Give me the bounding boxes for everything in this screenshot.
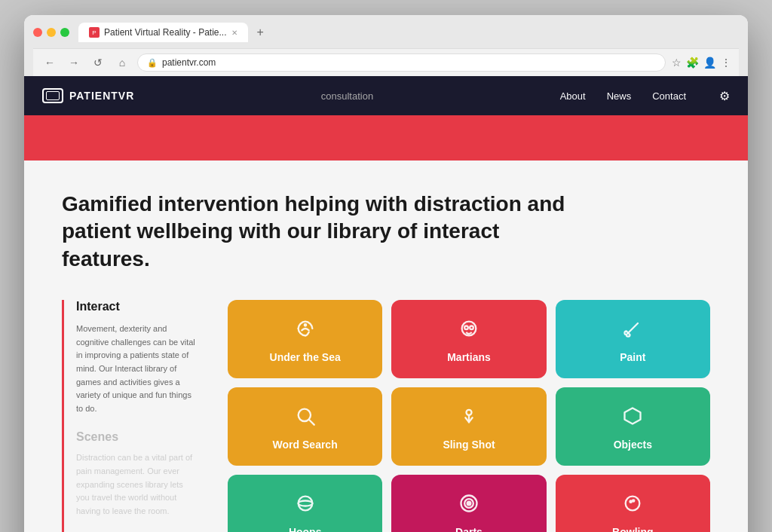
maximize-button[interactable] (60, 28, 69, 37)
svg-point-8 (298, 497, 312, 511)
sling-shot-icon (458, 405, 479, 431)
browser-tabs: P Patient Virtual Reality - Patie... ✕ + (78, 23, 739, 42)
martians-icon (458, 318, 479, 344)
under-the-sea-label: Under the Sea (270, 351, 341, 363)
home-button[interactable]: ⌂ (113, 54, 131, 72)
active-tab[interactable]: P Patient Virtual Reality - Patie... ✕ (78, 23, 248, 42)
tab-close-icon[interactable]: ✕ (231, 29, 237, 37)
game-card-word-search[interactable]: Word Search (228, 387, 382, 466)
hero-heading: Gamified intervention helping with distr… (62, 191, 590, 273)
games-grid: Under the SeaMartiansPaintWord SearchSli… (228, 300, 710, 532)
game-card-hoops[interactable]: Hoops (228, 475, 382, 532)
game-card-paint[interactable]: Paint (556, 300, 710, 378)
game-card-darts[interactable]: Darts (391, 475, 546, 532)
menu-icon[interactable]: ⋮ (721, 57, 731, 69)
bowling-label: Bowling (612, 526, 653, 532)
nav-contact[interactable]: Contact (652, 90, 686, 102)
svg-point-2 (464, 326, 468, 330)
toolbar-right: ☆ 🧩 👤 ⋮ (672, 57, 731, 69)
sidebar-panel: Interact Movement, dexterity and cogniti… (62, 300, 198, 532)
site-nav: PATIENTVR consultation About News Contac… (24, 76, 748, 115)
forward-button[interactable]: → (65, 54, 83, 72)
content-grid: Interact Movement, dexterity and cogniti… (62, 300, 710, 532)
consultation-link[interactable]: consultation (321, 90, 373, 102)
settings-icon[interactable]: ⚙ (719, 89, 730, 103)
scenes-section-title: Scenes (76, 430, 198, 444)
tab-favicon: P (89, 27, 100, 38)
game-card-objects[interactable]: Objects (556, 387, 710, 466)
svg-point-15 (633, 500, 634, 502)
darts-label: Darts (455, 526, 482, 532)
logo-icon (42, 88, 63, 103)
game-card-under-the-sea[interactable]: Under the Sea (228, 300, 382, 378)
browser-window: P Patient Virtual Reality - Patie... ✕ +… (24, 15, 748, 532)
interact-section-title: Interact (76, 300, 198, 313)
browser-toolbar: ← → ↺ ⌂ 🔒 patientvr.com ☆ 🧩 👤 ⋮ (33, 48, 739, 76)
game-card-bowling[interactable]: Bowling (556, 475, 710, 532)
paint-label: Paint (620, 351, 645, 363)
svg-point-3 (470, 326, 473, 330)
nav-logo[interactable]: PATIENTVR (42, 88, 134, 103)
main-content: Gamified intervention helping with distr… (24, 161, 748, 532)
word-search-icon (295, 405, 316, 431)
martians-label: Martians (447, 351, 491, 363)
objects-label: Objects (614, 439, 652, 451)
svg-point-14 (630, 501, 632, 503)
svg-line-4 (627, 323, 638, 334)
hero-bar (24, 115, 748, 161)
objects-icon (622, 405, 643, 431)
profile-icon[interactable]: 👤 (703, 57, 716, 69)
bowling-icon (622, 493, 643, 518)
svg-point-0 (304, 324, 305, 326)
refresh-button[interactable]: ↺ (89, 54, 107, 72)
new-tab-button[interactable]: + (251, 23, 270, 42)
nav-center: consultation (134, 89, 559, 102)
svg-line-6 (309, 420, 314, 424)
svg-point-12 (467, 502, 471, 506)
svg-point-13 (626, 497, 640, 511)
interact-description: Movement, dexterity and cognitive challe… (76, 323, 198, 415)
tab-title: Patient Virtual Reality - Patie... (104, 27, 227, 38)
game-card-sling-shot[interactable]: Sling Shot (391, 387, 546, 466)
close-button[interactable] (33, 28, 42, 37)
logo-screen (46, 91, 60, 100)
minimize-button[interactable] (47, 28, 56, 37)
hoops-label: Hoops (289, 526, 322, 532)
nav-news[interactable]: News (607, 90, 632, 102)
bookmark-icon[interactable]: ☆ (672, 57, 682, 69)
paint-icon (622, 318, 643, 344)
browser-titlebar: P Patient Virtual Reality - Patie... ✕ + (33, 23, 739, 42)
svg-point-9 (298, 501, 312, 506)
sling-shot-label: Sling Shot (443, 439, 495, 451)
url-text: patientvr.com (162, 57, 216, 68)
darts-icon (458, 493, 479, 518)
traffic-lights (33, 28, 69, 37)
nav-links: About News Contact ⚙ (560, 89, 730, 103)
nav-about[interactable]: About (560, 90, 586, 102)
logo-text: PATIENTVR (69, 90, 134, 102)
under-the-sea-icon (295, 318, 316, 344)
address-bar[interactable]: 🔒 patientvr.com (137, 54, 666, 72)
lock-icon: 🔒 (147, 58, 158, 68)
game-card-martians[interactable]: Martians (391, 300, 546, 378)
browser-chrome: P Patient Virtual Reality - Patie... ✕ +… (24, 15, 748, 76)
site-content: PATIENTVR consultation About News Contac… (24, 76, 748, 532)
hoops-icon (295, 493, 316, 518)
word-search-label: Word Search (273, 439, 338, 451)
scenes-description: Distraction can be a vital part of pain … (76, 451, 198, 518)
extensions-icon[interactable]: 🧩 (686, 57, 699, 69)
back-button[interactable]: ← (41, 54, 59, 72)
